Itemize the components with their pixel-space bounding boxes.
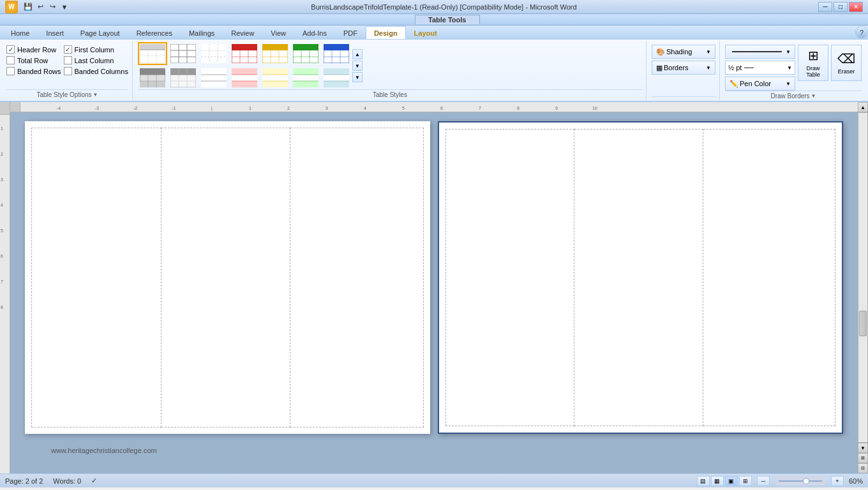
svg-rect-38 xyxy=(140,81,165,87)
tab-layout[interactable]: Layout xyxy=(406,26,445,39)
svg-rect-32 xyxy=(324,44,349,50)
page-2-content[interactable] xyxy=(439,122,842,433)
style-scroll-down[interactable]: ▼ xyxy=(352,61,363,71)
minimize-button[interactable]: ─ xyxy=(818,2,832,12)
scroll-up-button[interactable]: ▲ xyxy=(858,102,868,112)
view-print[interactable]: ▣ xyxy=(725,476,738,486)
style-item-4[interactable] xyxy=(230,42,259,65)
style-item-10[interactable] xyxy=(199,66,228,89)
last-column-option[interactable]: Last Column xyxy=(64,56,128,65)
first-column-option[interactable]: First Column xyxy=(64,45,128,54)
style-item-1[interactable] xyxy=(138,42,167,65)
view-full[interactable]: ⊞ xyxy=(739,476,752,486)
undo-button[interactable]: ↩ xyxy=(35,2,45,12)
ribbon: Header Row Total Row Banded Rows First C… xyxy=(0,40,868,102)
pen-width-dropdown[interactable]: ½ pt ━━━ ▼ xyxy=(725,61,795,75)
total-row-option[interactable]: Total Row xyxy=(6,56,61,65)
total-row-checkbox[interactable] xyxy=(6,56,15,64)
draw-content: ▼ ½ pt ━━━ ▼ ✏️ Pen Color ▼ ⊞ xyxy=(725,42,862,91)
view-web[interactable]: ▦ xyxy=(711,476,724,486)
svg-text:1: 1 xyxy=(249,106,251,110)
tab-pdf[interactable]: PDF xyxy=(335,26,366,39)
checkbox-column-2: First Column Last Column Banded Columns xyxy=(64,42,128,76)
shading-dropdown[interactable]: 🎨 Shading ▼ xyxy=(652,45,715,59)
table-style-options-label[interactable]: Table Style Options ▼ xyxy=(6,89,128,98)
restore-button[interactable]: □ xyxy=(834,2,848,12)
scroll-thumb[interactable] xyxy=(859,311,867,336)
svg-text:7: 7 xyxy=(479,106,481,110)
style-item-9[interactable] xyxy=(168,66,198,89)
scroll-page-up[interactable]: ⊞ xyxy=(858,453,868,463)
style-item-13[interactable] xyxy=(291,66,320,89)
svg-rect-53 xyxy=(232,68,257,75)
style-preview-14 xyxy=(324,68,349,87)
redo-button[interactable]: ↪ xyxy=(47,2,57,12)
style-item-6[interactable] xyxy=(291,42,320,65)
tab-review[interactable]: Review xyxy=(223,26,262,39)
page-2 xyxy=(438,121,843,434)
style-item-8[interactable] xyxy=(138,66,167,89)
save-button[interactable]: 💾 xyxy=(23,2,33,12)
svg-rect-61 xyxy=(262,81,288,87)
table-styles-gallery: ▲ ▼ ▼ xyxy=(138,42,363,89)
tab-design[interactable]: Design xyxy=(366,26,406,39)
last-column-checkbox[interactable] xyxy=(64,56,72,64)
zoom-level: 60% xyxy=(849,477,863,485)
pen-color-arrow: ▼ xyxy=(786,81,791,87)
borders-dropdown[interactable]: ▦ Borders ▼ xyxy=(652,61,715,75)
close-button[interactable]: ✕ xyxy=(849,2,863,12)
title-bar-left: W 💾 ↩ ↪ ▼ xyxy=(5,1,70,13)
style-item-2[interactable] xyxy=(168,42,198,65)
zoom-in[interactable]: + xyxy=(831,476,844,486)
scroll-down-button[interactable]: ▼ xyxy=(858,443,868,453)
ruler-horizontal: -4 -3 -2 -1 | 1 2 3 4 5 6 7 8 9 10 xyxy=(10,102,858,112)
tab-references[interactable]: References xyxy=(128,26,181,39)
draw-table-icon: ⊞ xyxy=(808,48,819,63)
zoom-thumb[interactable] xyxy=(803,478,809,484)
style-more[interactable]: ▼ xyxy=(352,72,363,82)
svg-text:9: 9 xyxy=(555,106,558,110)
page-1-content[interactable] xyxy=(25,121,430,434)
zoom-slider[interactable] xyxy=(775,477,826,486)
style-item-7[interactable] xyxy=(322,42,351,65)
tab-home[interactable]: Home xyxy=(3,26,38,39)
tab-view[interactable]: View xyxy=(262,26,294,39)
view-normal[interactable]: ▤ xyxy=(697,476,710,486)
style-item-11[interactable] xyxy=(230,66,259,89)
header-row-checkbox[interactable] xyxy=(6,45,15,54)
scroll-page-down[interactable]: ⊟ xyxy=(858,463,868,473)
table-styles-label[interactable]: Table Styles xyxy=(138,89,642,98)
first-column-checkbox[interactable] xyxy=(64,45,72,54)
style-preview-13 xyxy=(293,68,318,87)
eraser-button[interactable]: ⌫ Eraser xyxy=(831,45,862,81)
svg-text:-3: -3 xyxy=(95,106,99,110)
style-item-12[interactable] xyxy=(260,66,290,89)
tab-insert[interactable]: Insert xyxy=(38,26,72,39)
draw-table-button[interactable]: ⊞ Draw Table xyxy=(798,45,828,81)
banded-rows-checkbox[interactable] xyxy=(6,67,15,75)
pen-width-arrow: ▼ xyxy=(787,65,792,71)
banded-columns-option[interactable]: Banded Columns xyxy=(64,66,128,76)
zoom-out[interactable]: ─ xyxy=(757,476,770,486)
banded-columns-checkbox[interactable] xyxy=(64,67,72,75)
style-preview-11 xyxy=(232,68,257,87)
scroll-track[interactable] xyxy=(858,112,868,443)
header-row-option[interactable]: Header Row xyxy=(6,45,61,54)
style-grid xyxy=(138,42,351,89)
qat-dropdown[interactable]: ▼ xyxy=(59,2,70,12)
svg-text:4: 4 xyxy=(364,106,366,110)
pen-color-dropdown[interactable]: ✏️ Pen Color ▼ xyxy=(725,77,795,91)
style-item-3[interactable] xyxy=(199,42,228,65)
spelling-check: ✓ xyxy=(91,477,97,485)
border-style-dropdown[interactable]: ▼ xyxy=(725,45,795,59)
banded-rows-option[interactable]: Banded Rows xyxy=(6,66,61,76)
svg-rect-72 xyxy=(324,75,349,81)
style-item-5[interactable] xyxy=(260,42,290,65)
help-button[interactable]: ? xyxy=(855,26,868,39)
style-scroll-up[interactable]: ▲ xyxy=(352,49,363,59)
tab-mailings[interactable]: Mailings xyxy=(181,26,223,39)
draw-borders-label[interactable]: Draw Borders ▼ xyxy=(725,91,862,100)
tab-page-layout[interactable]: Page Layout xyxy=(72,26,128,39)
style-item-14[interactable] xyxy=(322,66,351,89)
tab-add-ins[interactable]: Add-Ins xyxy=(294,26,335,39)
